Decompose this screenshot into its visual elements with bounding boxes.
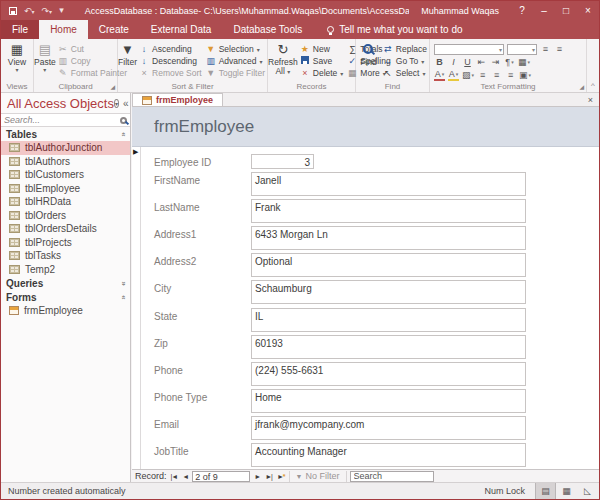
align-center-button[interactable]: ≡ xyxy=(491,70,502,81)
clipboard-dialog-launcher[interactable]: ◢ xyxy=(110,83,115,91)
field-input-address2[interactable]: Optional xyxy=(251,253,526,277)
advanced-button[interactable]: ▥Advanced▾ xyxy=(204,55,267,67)
tab-create[interactable]: Create xyxy=(88,20,140,39)
paste-button[interactable]: ▤ Paste ▾ xyxy=(34,39,56,81)
goto-button[interactable]: →Go To▾ xyxy=(381,55,429,67)
record-position-box[interactable]: 2 of 9 xyxy=(192,471,250,482)
tab-external-data[interactable]: External Data xyxy=(140,20,223,39)
refresh-all-button[interactable]: ↻ Refresh All ▾ xyxy=(268,39,298,81)
delete-record-button[interactable]: ×Delete▾ xyxy=(298,67,346,79)
nav-item-tblTasks[interactable]: tblTasks xyxy=(1,249,130,263)
field-input-email[interactable]: jfrank@mycompany.com xyxy=(251,416,526,440)
nav-pane-menu-icon[interactable]: ▾ xyxy=(114,99,119,108)
previous-record-button[interactable]: ◄ xyxy=(181,471,189,482)
record-selector-bar[interactable]: ▶ xyxy=(132,147,141,469)
section-chevron-icon[interactable]: « xyxy=(118,295,127,299)
first-record-button[interactable]: |◄ xyxy=(170,471,179,482)
section-chevron-icon[interactable]: « xyxy=(118,281,127,285)
remove-sort-button[interactable]: ×Remove Sort xyxy=(137,67,204,79)
background-fill-button[interactable]: ▨▾ xyxy=(462,70,474,81)
select-button[interactable]: ↖Select▾ xyxy=(381,67,429,79)
section-chevron-icon[interactable]: « xyxy=(118,132,127,136)
nav-item-tblAuthors[interactable]: tblAuthors xyxy=(1,155,130,169)
record-search-input[interactable] xyxy=(350,471,434,482)
design-view-button[interactable]: ◺ xyxy=(577,483,598,500)
redo-button[interactable]: ↷▾ xyxy=(42,6,53,16)
selection-button[interactable]: ▼Selection▾ xyxy=(204,43,267,55)
nav-item-Temp2[interactable]: Temp2 xyxy=(1,263,130,277)
highlight-button[interactable]: A▾ xyxy=(448,69,459,81)
field-input-address1[interactable]: 6433 Morgan Ln xyxy=(251,226,526,250)
new-blank-record-button[interactable]: ►* xyxy=(276,471,286,482)
align-right-button[interactable]: ≡ xyxy=(505,70,516,81)
tab-database-tools[interactable]: Database Tools xyxy=(222,20,313,39)
new-record-button[interactable]: ★New xyxy=(298,43,346,55)
field-input-city[interactable]: Schaumburg xyxy=(251,280,526,304)
nav-item-tblOrdersDetails[interactable]: tblOrdersDetails xyxy=(1,222,130,236)
underline-button[interactable]: U xyxy=(462,57,473,68)
nav-item-tblOrders[interactable]: tblOrders xyxy=(1,209,130,223)
font-size-combo[interactable]: ▾ xyxy=(507,44,537,55)
toggle-filter-button[interactable]: ▼Toggle Filter xyxy=(204,67,267,79)
decrease-indent-button[interactable]: ⇤ xyxy=(476,57,487,68)
bold-button[interactable]: B xyxy=(434,57,445,68)
align-left-button[interactable]: ≡ xyxy=(477,70,488,81)
nav-item-frmEmployee[interactable]: frmEmployee xyxy=(1,304,130,318)
save-icon[interactable] xyxy=(9,7,17,15)
numbering-button[interactable]: ≡ xyxy=(554,44,565,55)
form-background-button[interactable]: ▣▾ xyxy=(519,70,531,81)
gridlines-button[interactable]: ▦▾ xyxy=(518,57,530,68)
form-view-button[interactable]: ▤ xyxy=(535,483,556,500)
tab-home[interactable]: Home xyxy=(39,20,88,39)
text-direction-button[interactable]: ¶▾ xyxy=(504,57,515,68)
filter-button[interactable]: ▼ Filter xyxy=(118,39,137,81)
next-record-button[interactable]: ► xyxy=(253,471,261,482)
last-record-button[interactable]: ►| xyxy=(264,471,273,482)
nav-section-forms[interactable]: Forms « xyxy=(1,290,130,304)
field-input-lastname[interactable]: Frank xyxy=(251,199,526,223)
no-filter-button[interactable]: ▼ No Filter xyxy=(293,471,343,481)
customize-qat-button[interactable]: ▾ xyxy=(59,6,64,15)
undo-button[interactable]: ↶▾ xyxy=(24,6,35,16)
descending-button[interactable]: ↓Descending xyxy=(137,55,204,67)
field-input-phone-type[interactable]: Home xyxy=(251,389,526,413)
save-record-button[interactable]: Save xyxy=(298,55,346,67)
bullets-button[interactable]: ≡ xyxy=(540,44,551,55)
view-button[interactable]: ▦ View ▾ xyxy=(1,39,33,81)
field-input-zip[interactable]: 60193 xyxy=(251,335,526,359)
help-button[interactable]: ? xyxy=(511,1,533,20)
field-input-phone[interactable]: (224) 555-6631 xyxy=(251,362,526,386)
nav-item-tblCustomers[interactable]: tblCustomers xyxy=(1,168,130,182)
shutter-bar-close-icon[interactable]: « xyxy=(123,98,129,109)
nav-search-input[interactable] xyxy=(4,115,120,125)
italic-button[interactable]: I xyxy=(448,57,459,68)
nav-pane-title[interactable]: All Access Objects ▾ « xyxy=(1,93,130,113)
increase-indent-button[interactable]: ⇥ xyxy=(490,57,501,68)
minimize-button[interactable]: – xyxy=(533,1,555,20)
find-button[interactable]: Find xyxy=(356,39,381,81)
nav-item-tblAuthorJunction[interactable]: tblAuthorJunction xyxy=(1,141,130,155)
field-input-jobtitle[interactable]: Accounting Manager xyxy=(251,443,526,467)
account-name[interactable]: Muhammad Waqas xyxy=(409,6,511,16)
field-input-state[interactable]: IL xyxy=(251,308,526,332)
nav-section-tables[interactable]: Tables « xyxy=(1,127,130,141)
nav-item-tblEmployee[interactable]: tblEmployee xyxy=(1,182,130,196)
text-formatting-dialog-launcher[interactable]: ◢ xyxy=(579,83,584,91)
field-input-firstname[interactable]: Janell xyxy=(251,172,526,196)
font-color-button[interactable]: A▾ xyxy=(434,69,445,81)
nav-section-queries[interactable]: Queries « xyxy=(1,276,130,290)
close-button[interactable]: × xyxy=(577,1,599,20)
font-name-combo[interactable]: ▾ xyxy=(434,44,504,55)
tell-me-box[interactable]: Tell me what you want to do xyxy=(313,20,462,39)
ascending-button[interactable]: ↓Ascending xyxy=(137,43,204,55)
replace-button[interactable]: ⇄Replace xyxy=(381,43,429,55)
document-tab-frmEmployee[interactable]: frmEmployee xyxy=(132,93,223,106)
close-document-icon[interactable]: × xyxy=(588,95,599,106)
nav-item-tblProjects[interactable]: tblProjects xyxy=(1,236,130,250)
nav-item-tblHRData[interactable]: tblHRData xyxy=(1,195,130,209)
tab-file[interactable]: File xyxy=(1,20,39,39)
datasheet-view-button[interactable]: ▦ xyxy=(556,483,577,500)
collapse-ribbon-button[interactable]: ^ xyxy=(587,39,599,92)
field-input-employee-id[interactable]: 3 xyxy=(251,154,314,169)
maximize-button[interactable]: □ xyxy=(555,1,577,20)
